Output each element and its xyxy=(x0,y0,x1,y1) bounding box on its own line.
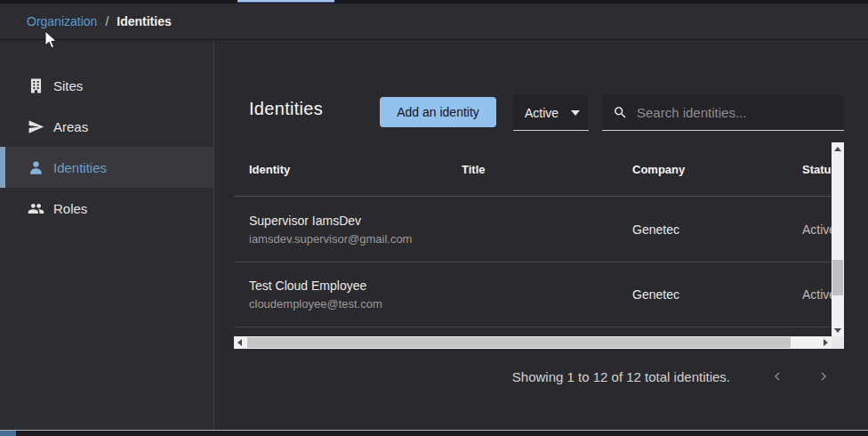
chevron-right-icon xyxy=(816,369,831,384)
top-strip xyxy=(0,0,868,4)
horizontal-scrollbar[interactable] xyxy=(234,336,832,349)
search-input[interactable] xyxy=(637,105,835,120)
column-header-identity: Identity xyxy=(249,163,462,176)
status-cell: Active xyxy=(802,287,832,302)
breadcrumb-link-organization[interactable]: Organization xyxy=(27,14,97,28)
send-icon xyxy=(27,117,44,135)
status-cell: Active xyxy=(802,222,832,237)
status-filter-dropdown[interactable]: Active xyxy=(513,95,589,131)
company-cell: Genetec xyxy=(632,287,802,302)
identity-cell: Supervisor IamsDev iamsdev.supervisor@gm… xyxy=(249,214,462,246)
sidebar-item-label: Sites xyxy=(53,78,83,93)
scroll-up-arrow-icon[interactable] xyxy=(832,142,844,155)
status-filter-value: Active xyxy=(525,106,571,120)
app-window: Organization / Identities Sites Areas xyxy=(0,0,868,436)
chevron-left-icon xyxy=(770,369,784,384)
identity-cell: Test Cloud Employee cloudemployee@test.c… xyxy=(249,279,462,311)
breadcrumb-separator: / xyxy=(105,14,108,28)
sidebar-item-roles[interactable]: Roles xyxy=(0,188,213,229)
identity-name: Test Cloud Employee xyxy=(249,279,462,293)
breadcrumb-current-identities: Identities xyxy=(117,14,171,28)
column-header-status: Status xyxy=(802,163,832,176)
table-header: Identity Title Company Status xyxy=(234,142,832,197)
chevron-down-icon xyxy=(571,110,580,116)
search-icon xyxy=(613,105,628,120)
main-panel: Identities Add an identity Active Identi… xyxy=(214,40,868,430)
sidebar-item-areas[interactable]: Areas xyxy=(0,106,213,147)
vertical-scrollbar[interactable] xyxy=(832,142,844,336)
column-header-title: Title xyxy=(462,163,632,176)
company-cell: Genetec xyxy=(632,222,802,237)
bottom-left-blue-marker xyxy=(0,431,16,436)
scrollbar-corner xyxy=(832,336,844,349)
person-icon xyxy=(27,158,44,176)
previous-page-button[interactable] xyxy=(769,368,785,384)
breadcrumb-bar: Organization / Identities xyxy=(0,4,868,40)
identity-email: cloudemployee@test.com xyxy=(249,297,462,311)
column-header-company: Company xyxy=(632,163,802,176)
sidebar: Sites Areas Identities Roles xyxy=(0,40,214,430)
scroll-down-arrow-icon[interactable] xyxy=(832,324,844,336)
identities-table: Identity Title Company Status Supervisor… xyxy=(234,142,844,349)
bottom-strip xyxy=(0,430,868,436)
pagination: Showing 1 to 12 of 12 total identities. xyxy=(234,360,844,392)
table-scroll-area: Identity Title Company Status Supervisor… xyxy=(234,142,832,327)
scroll-right-arrow-icon[interactable] xyxy=(819,336,832,349)
table-row[interactable]: Test Cloud Employee cloudemployee@test.c… xyxy=(234,262,832,327)
people-icon xyxy=(27,199,44,217)
scroll-left-arrow-icon[interactable] xyxy=(234,336,246,349)
page-title: Identities xyxy=(249,99,323,119)
add-identity-button[interactable]: Add an identity xyxy=(380,97,496,127)
vertical-scrollbar-thumb[interactable] xyxy=(832,260,843,295)
horizontal-scrollbar-thumb[interactable] xyxy=(247,337,791,348)
pagination-summary: Showing 1 to 12 of 12 total identities. xyxy=(512,369,730,384)
search-box[interactable] xyxy=(602,95,844,131)
breadcrumb: Organization / Identities xyxy=(27,14,172,28)
sidebar-item-label: Roles xyxy=(53,201,87,216)
content-row: Sites Areas Identities Roles xyxy=(0,40,868,430)
next-page-button[interactable] xyxy=(816,368,832,384)
identity-name: Supervisor IamsDev xyxy=(249,214,462,228)
active-tab-indicator xyxy=(237,0,334,3)
sidebar-item-sites[interactable]: Sites xyxy=(0,65,213,106)
sidebar-item-identities[interactable]: Identities xyxy=(0,147,213,188)
table-row[interactable]: Supervisor IamsDev iamsdev.supervisor@gm… xyxy=(234,197,832,262)
identity-email: iamsdev.supervisor@gmail.com xyxy=(249,232,462,246)
building-icon xyxy=(27,77,44,94)
sidebar-item-label: Identities xyxy=(53,160,107,175)
sidebar-item-label: Areas xyxy=(53,119,88,134)
